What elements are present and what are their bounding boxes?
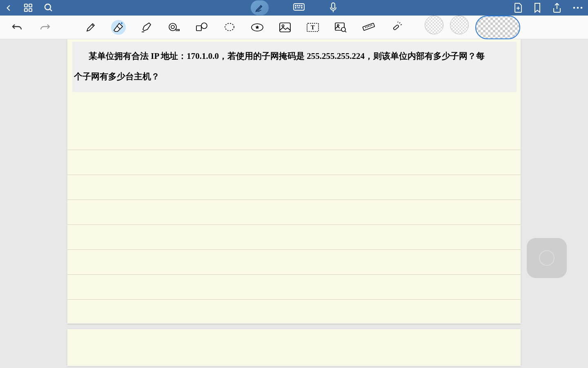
add-page-icon[interactable]	[514, 2, 523, 13]
laser-tool[interactable]	[389, 20, 403, 35]
share-icon[interactable]	[552, 2, 562, 13]
titlebar-center	[251, 0, 337, 15]
titlebar-right	[514, 2, 583, 13]
bookmark-icon[interactable]	[533, 2, 541, 13]
highlighter-tool[interactable]	[139, 20, 154, 35]
swatch-1[interactable]	[425, 16, 443, 34]
svg-line-37	[365, 27, 366, 28]
svg-point-26	[225, 23, 234, 31]
image-tool[interactable]	[278, 20, 292, 35]
svg-rect-42	[393, 25, 399, 30]
svg-line-39	[368, 25, 369, 27]
svg-rect-2	[24, 9, 27, 11]
ruled-lines	[67, 125, 521, 323]
svg-point-12	[301, 7, 302, 8]
stylus-mode-button[interactable]	[251, 0, 269, 15]
eraser-tool[interactable]	[111, 20, 126, 35]
swatch-active[interactable]	[475, 16, 520, 39]
assistive-touch-button[interactable]	[527, 238, 567, 278]
svg-rect-1	[29, 4, 32, 7]
svg-point-4	[45, 4, 51, 10]
question-box: 某单位拥有合法 IP 地址：170.1.0.0，若使用的子网掩码是 255.25…	[72, 42, 517, 92]
color-swatches	[425, 16, 520, 39]
image-search-tool[interactable]	[333, 20, 348, 35]
text-tool[interactable]: T	[305, 20, 320, 35]
question-line1: 某单位拥有合法 IP 地址：170.1.0.0，若使用的子网掩码是 255.25…	[89, 51, 485, 61]
swatch-2[interactable]	[450, 16, 469, 34]
back-icon[interactable]	[5, 4, 13, 12]
svg-point-34	[341, 27, 345, 31]
svg-rect-0	[24, 4, 27, 7]
svg-rect-24	[196, 26, 201, 31]
search-icon[interactable]	[44, 3, 53, 13]
svg-point-25	[201, 23, 207, 29]
pen-tool[interactable]	[83, 20, 98, 35]
svg-line-43	[399, 22, 400, 23]
svg-point-9	[299, 5, 300, 6]
svg-line-40	[370, 25, 371, 26]
titlebar-left	[5, 3, 53, 13]
tape-tool[interactable]	[167, 20, 181, 35]
svg-line-44	[401, 25, 402, 25]
svg-point-22	[169, 23, 176, 31]
svg-point-11	[295, 7, 296, 8]
svg-line-35	[345, 31, 346, 32]
toolbar: T	[0, 16, 588, 39]
titlebar	[0, 0, 588, 16]
svg-point-10	[301, 5, 302, 6]
shape-tool[interactable]	[194, 20, 209, 35]
favorites-tool[interactable]	[250, 20, 265, 35]
note-page-2[interactable]	[67, 329, 521, 366]
microphone-icon[interactable]	[329, 2, 337, 13]
svg-line-38	[367, 26, 368, 27]
ruler-tool[interactable]	[361, 20, 376, 35]
svg-point-8	[297, 5, 298, 6]
svg-point-18	[573, 7, 575, 9]
question-line2: 个子网有多少台主机？	[74, 72, 160, 81]
svg-line-41	[371, 25, 372, 26]
svg-rect-3	[29, 9, 32, 11]
keyboard-icon[interactable]	[293, 3, 305, 12]
more-icon[interactable]	[572, 6, 583, 9]
svg-line-5	[50, 9, 52, 11]
svg-rect-6	[294, 4, 304, 10]
svg-point-7	[295, 5, 296, 6]
undo-button[interactable]	[10, 20, 24, 35]
svg-text:T: T	[311, 25, 315, 31]
lasso-tool[interactable]	[222, 20, 237, 35]
svg-rect-14	[332, 3, 335, 9]
question-text: 某单位拥有合法 IP 地址：170.1.0.0，若使用的子网掩码是 255.25…	[74, 46, 511, 87]
note-page-1[interactable]: 某单位拥有合法 IP 地址：170.1.0.0，若使用的子网掩码是 255.25…	[67, 39, 521, 323]
redo-button[interactable]	[38, 20, 52, 35]
svg-point-20	[581, 7, 583, 9]
page-area: 某单位拥有合法 IP 地址：170.1.0.0，若使用的子网掩码是 255.25…	[0, 39, 588, 368]
svg-line-45	[398, 22, 398, 22]
svg-point-19	[577, 7, 579, 9]
thumbnails-icon[interactable]	[23, 3, 33, 13]
svg-rect-28	[280, 23, 290, 32]
